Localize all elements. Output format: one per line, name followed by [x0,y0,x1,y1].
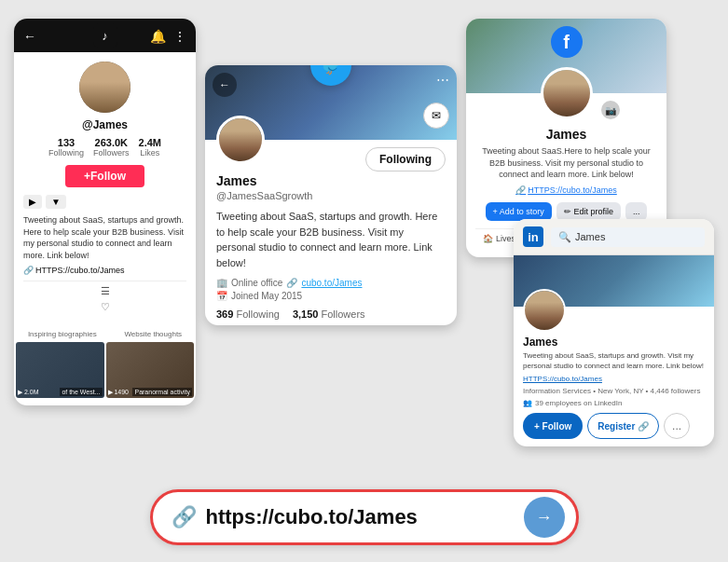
tiktok-label-1: of the West... [60,388,102,396]
tiktok-tab-website[interactable]: Website thoughts [124,330,182,338]
linkedin-search-text: James [575,231,605,242]
twitter-profile-area: Following James @JamesSaaSgrowth Tweetin… [205,140,457,325]
linkedin-bio: Tweeting about SaaS, startups and growth… [523,350,705,371]
facebook-link[interactable]: 🔗 HTTPS://cubo.to/James [475,185,657,195]
linkedin-meta: Information Services • New York, NY • 4,… [523,387,705,395]
tiktok-stats: 133 Following 263.0K Followers 2.4M Like… [23,137,186,158]
tiktok-header-icons: 🔔 ⋮ [150,29,186,44]
twitter-stats: 369 Following 3,150 Followers [216,308,446,320]
facebook-actions: + Add to story ✏ Edit profile ... [475,202,657,221]
twitter-followers-count: 3,150 Followers [293,308,365,320]
tiktok-link[interactable]: 🔗 HTTPS://cubo.to/James [23,266,186,275]
linkedin-card: in 🔍 James James Tweeting about SaaS, st… [514,219,714,446]
linkedin-profile-area: James Tweeting about SaaS, startups and … [514,307,714,446]
linkedin-more-button[interactable]: ... [664,413,690,439]
twitter-joined-text: Joined May 2015 [231,291,302,301]
twitter-calendar-icon: 📅 [216,291,227,301]
twitter-avatar [216,116,265,164]
facebook-more-button[interactable]: ... [625,202,648,221]
tiktok-likes-label: Likes [139,148,161,158]
url-bar[interactable]: 🔗 https://cubo.to/James → [150,489,579,545]
linkedin-employees-text: 39 employees on LinkedIn [535,399,622,407]
tiktok-follow-button[interactable]: +Follow [65,165,144,187]
facebook-bio: Tweeting about SaaS.Here to help scale y… [475,145,657,181]
tiktok-following-num: 133 [48,137,84,148]
tiktok-stat-following: 133 Following [48,137,84,158]
twitter-avatar-image [219,118,262,161]
tiktok-likes-num: 2.4M [139,137,161,148]
tiktok-link-icon: 🔗 [23,266,34,275]
tiktok-thumb-2[interactable]: ▶ 1490 Paranormal activity [106,342,195,398]
linkedin-avatar [523,289,566,332]
url-text: https://cubo.to/James [206,505,515,529]
twitter-office: 🏢 Online office 🔗 cubo.to/James [216,278,446,288]
twitter-following-num: 369 [216,308,233,320]
tiktok-more-icon[interactable]: ⋮ [173,29,186,44]
linkedin-actions: + Follow Register 🔗 ... [523,413,705,439]
url-arrow-button[interactable]: → [524,497,565,538]
url-link-icon: 🔗 [172,505,197,529]
tiktok-views-2: ▶ 1490 [108,389,130,396]
tiktok-username: @James [23,118,186,131]
tiktok-youtube-icon[interactable]: ▶ [23,195,42,209]
facebook-camera-icon[interactable]: 📷 [601,101,620,119]
linkedin-link[interactable]: HTTPS://cubo.to/James [523,375,705,383]
facebook-link-icon: 🔗 [515,185,526,195]
tiktok-followers-label: Followers [93,148,130,158]
tiktok-tabs: Inspiring biographies Website thoughts [14,326,196,342]
twitter-message-button[interactable]: ✉ [423,103,449,129]
twitter-office-text: Online office [231,278,282,288]
tiktok-views-1: ▶ 2.0M [18,389,39,396]
facebook-location-icon: 🏠 [483,234,493,243]
facebook-edit-profile-button[interactable]: ✏ Edit profile [556,202,621,221]
tiktok-sort-icon: ☰ [23,285,186,297]
linkedin-follow-button[interactable]: + Follow [523,413,583,439]
tiktok-avatar [79,62,130,113]
twitter-back-button[interactable]: ← [213,73,237,97]
linkedin-employees: 👥 39 employees on LinkedIn [523,399,705,407]
linkedin-search-icon: 🔍 [558,231,571,243]
tiktok-card: ← ♪ 🔔 ⋮ @James 133 Following [14,19,196,405]
tiktok-profile-section: @James 133 Following 263.0K Followers 2.… [14,52,196,326]
tiktok-following-label: Following [48,148,84,158]
tiktok-tab-biographies[interactable]: Inspiring biographies [28,330,97,338]
tiktok-bio: Tweeting about SaaS, startups and growth… [23,214,186,261]
facebook-banner: f 📷 [466,19,666,93]
twitter-following-label[interactable]: Following [236,308,279,320]
twitter-card: 🐦 ← ⋯ ✉ Following James @JamesSaaSgrowth… [205,65,457,325]
twitter-name: James [216,173,446,188]
twitter-handle: @JamesSaaSgrowth [216,190,446,201]
tiktok-heart-icon: ♡ [23,301,186,313]
twitter-following-count: 369 Following [216,308,280,320]
tiktok-back-icon[interactable]: ← [23,29,36,44]
tiktok-logo: ♪ [93,23,117,48]
tiktok-header: ← ♪ 🔔 ⋮ [14,19,196,52]
facebook-link-text: HTTPS://cubo.to/James [528,185,617,195]
tiktok-bell-icon[interactable]: 🔔 [150,29,166,44]
tiktok-thumbnails: ▶ 2.0M of the West... ▶ 1490 Paranormal … [14,342,196,405]
twitter-bio: Tweeting about SaaS, startups and growth… [216,209,446,270]
twitter-followers-num: 3,150 [293,308,319,320]
linkedin-search-bar[interactable]: 🔍 James [551,227,705,247]
tiktok-logo-text: ♪ [102,29,108,43]
facebook-avatar [541,67,593,119]
twitter-link-icon: 🔗 [286,278,297,288]
twitter-joined: 📅 Joined May 2015 [216,291,446,301]
twitter-link[interactable]: cubo.to/James [301,278,362,288]
facebook-avatar-image [543,70,590,117]
tiktok-dropdown-icon[interactable]: ▼ [46,195,66,209]
twitter-more-icon[interactable]: ⋯ [436,73,449,88]
facebook-add-story-button[interactable]: + Add to story [486,202,552,221]
facebook-name: James [475,127,657,142]
twitter-following-button[interactable]: Following [365,147,446,171]
linkedin-avatar-image [525,291,564,330]
tiktok-label-2: Paranormal activity [132,388,192,396]
url-arrow-icon: → [536,508,553,528]
linkedin-register-button[interactable]: Register 🔗 [587,413,659,439]
tiktok-link-text: HTTPS://cubo.to/James [35,266,125,275]
tiktok-thumb-1[interactable]: ▶ 2.0M of the West... [16,342,104,398]
linkedin-logo: in [523,226,543,247]
linkedin-header: in 🔍 James [514,219,714,255]
linkedin-name: James [523,336,705,349]
twitter-followers-label[interactable]: Followers [321,308,364,320]
